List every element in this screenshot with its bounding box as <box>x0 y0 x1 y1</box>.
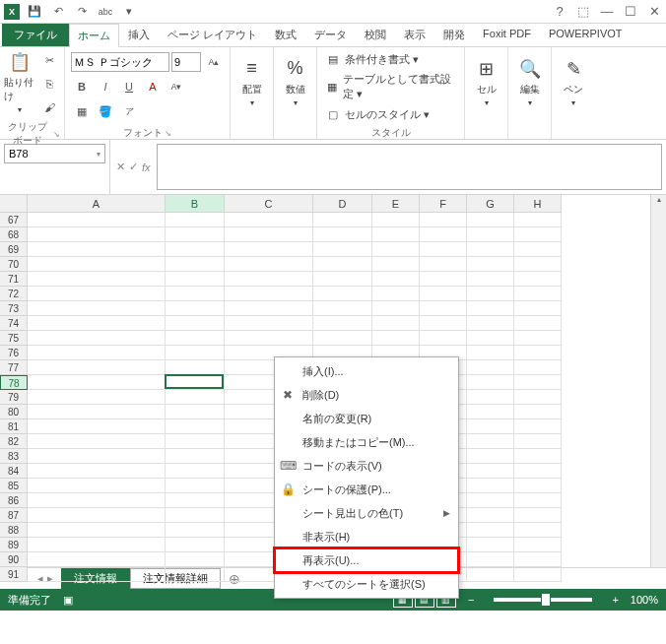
cell[interactable] <box>225 242 313 257</box>
underline-button[interactable]: U <box>118 76 140 97</box>
cell[interactable] <box>166 405 225 419</box>
paste-button[interactable]: 📋 貼り付け ▾ <box>4 49 34 114</box>
redo-icon[interactable]: ↷ <box>73 3 91 21</box>
cell[interactable] <box>313 257 372 272</box>
cell[interactable] <box>166 419 225 434</box>
cell[interactable] <box>420 272 467 287</box>
context-menu-item[interactable]: 🔒シートの保護(P)... <box>275 478 458 501</box>
row-header[interactable]: 91 <box>0 567 28 582</box>
cell[interactable] <box>313 272 372 287</box>
cell[interactable] <box>467 552 514 567</box>
cell[interactable] <box>166 213 225 227</box>
cell-styles-button[interactable]: ▢セルのスタイル ▾ <box>321 104 433 124</box>
context-menu-item[interactable]: 挿入(I)... <box>275 359 458 383</box>
cell[interactable] <box>514 287 562 301</box>
row-header[interactable]: 82 <box>0 434 28 449</box>
cell[interactable] <box>225 257 313 272</box>
cell[interactable] <box>313 227 372 242</box>
cancel-formula-icon[interactable]: ✕ <box>116 161 125 173</box>
ribbon-tab[interactable]: 挿入 <box>119 23 159 46</box>
macro-record-icon[interactable]: ▣ <box>63 594 73 607</box>
cell[interactable] <box>28 257 166 272</box>
cell[interactable] <box>372 331 420 346</box>
cell[interactable] <box>166 346 225 360</box>
cell[interactable] <box>514 479 562 493</box>
cell[interactable] <box>28 508 166 523</box>
cell[interactable] <box>514 360 562 375</box>
cell[interactable] <box>514 405 562 419</box>
cell[interactable] <box>28 567 166 582</box>
row-header[interactable]: 75 <box>0 331 28 346</box>
cell[interactable] <box>514 301 562 316</box>
row-header[interactable]: 79 <box>0 390 28 405</box>
number-button[interactable]: %数値▾ <box>278 49 312 114</box>
row-header[interactable]: 70 <box>0 257 28 272</box>
row-header[interactable]: 76 <box>0 346 28 360</box>
fx-icon[interactable]: fx <box>142 161 151 173</box>
cell[interactable] <box>467 375 514 390</box>
cell[interactable] <box>166 272 225 287</box>
save-icon[interactable]: 💾 <box>26 3 43 21</box>
cell[interactable] <box>28 360 166 375</box>
cell[interactable] <box>313 242 372 257</box>
cell[interactable] <box>166 523 225 538</box>
row-header[interactable]: 68 <box>0 227 28 242</box>
undo-icon[interactable]: ↶ <box>49 3 67 21</box>
row-header[interactable]: 67 <box>0 213 28 227</box>
enter-formula-icon[interactable]: ✓ <box>129 161 138 173</box>
cell[interactable] <box>372 287 420 301</box>
cell[interactable] <box>467 390 514 405</box>
column-header[interactable]: G <box>467 195 514 213</box>
row-header[interactable]: 71 <box>0 272 28 287</box>
cell[interactable] <box>467 523 514 538</box>
cell[interactable] <box>225 287 313 301</box>
row-header[interactable]: 80 <box>0 405 28 419</box>
cell[interactable] <box>28 552 166 567</box>
cell[interactable] <box>514 434 562 449</box>
font-family-combo[interactable] <box>71 52 169 72</box>
cell[interactable] <box>514 552 562 567</box>
conditional-format-button[interactable]: ▤条件付き書式 ▾ <box>321 49 423 69</box>
cell[interactable] <box>313 301 372 316</box>
context-menu-item[interactable]: ⌨コードの表示(V) <box>275 454 458 478</box>
dialog-launcher-icon[interactable]: ↘ <box>53 130 60 139</box>
cell[interactable] <box>467 567 514 582</box>
cell[interactable] <box>420 213 467 227</box>
cell[interactable] <box>166 434 225 449</box>
select-all-corner[interactable] <box>0 195 28 213</box>
cell[interactable] <box>514 390 562 405</box>
formula-input[interactable] <box>157 144 662 190</box>
cell[interactable] <box>28 301 166 316</box>
row-header[interactable]: 81 <box>0 419 28 434</box>
ribbon-tab[interactable]: 表示 <box>395 23 434 46</box>
cell[interactable] <box>166 567 225 582</box>
cell[interactable] <box>28 227 166 242</box>
cell[interactable] <box>28 538 166 552</box>
zoom-level[interactable]: 100% <box>631 594 658 606</box>
cell[interactable] <box>28 375 166 390</box>
cell[interactable] <box>514 419 562 434</box>
cell[interactable] <box>372 316 420 331</box>
cell[interactable] <box>166 227 225 242</box>
ribbon-tab[interactable]: 数式 <box>266 23 305 46</box>
cell[interactable] <box>372 242 420 257</box>
cell[interactable] <box>28 287 166 301</box>
qat-dropdown-icon[interactable]: ▾ <box>120 3 138 21</box>
cell[interactable] <box>514 523 562 538</box>
cell[interactable] <box>372 257 420 272</box>
fill-color-icon[interactable]: 🪣 <box>95 100 116 122</box>
maximize-button[interactable]: ☐ <box>619 2 642 22</box>
cell[interactable] <box>514 242 562 257</box>
ribbon-tab[interactable]: POWERPIVOT <box>540 23 632 46</box>
cell[interactable] <box>28 346 166 360</box>
increase-font-icon[interactable]: A▴ <box>203 51 225 73</box>
cell[interactable] <box>467 508 514 523</box>
cell[interactable] <box>514 346 562 360</box>
cell[interactable] <box>313 316 372 331</box>
context-menu-item[interactable]: 再表示(U)... <box>275 548 458 572</box>
context-menu-item[interactable]: 非表示(H) <box>275 525 458 548</box>
cell[interactable] <box>420 287 467 301</box>
row-header[interactable]: 73 <box>0 301 28 316</box>
cell[interactable] <box>28 419 166 434</box>
cell[interactable] <box>420 301 467 316</box>
